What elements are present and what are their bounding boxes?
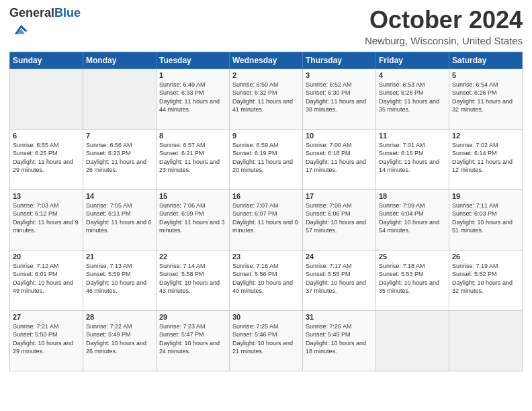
calendar-cell: 2Sunrise: 6:50 AMSunset: 6:32 PMDaylight…: [230, 68, 303, 129]
day-info: Sunrise: 6:55 AMSunset: 6:25 PMDaylight:…: [13, 141, 80, 175]
day-number: 13: [13, 192, 80, 200]
day-info: Sunrise: 7:11 AMSunset: 6:03 PMDaylight:…: [452, 201, 519, 235]
day-info: Sunrise: 7:05 AMSunset: 6:11 PMDaylight:…: [86, 201, 153, 235]
calendar-cell: 16Sunrise: 7:07 AMSunset: 6:07 PMDayligh…: [230, 189, 303, 250]
day-number: 3: [306, 71, 373, 79]
day-info: Sunrise: 7:03 AMSunset: 6:12 PMDaylight:…: [13, 201, 80, 235]
header-row: SundayMondayTuesdayWednesdayThursdayFrid…: [10, 52, 523, 68]
calendar-cell: [449, 310, 523, 371]
day-number: 10: [306, 132, 373, 140]
weekday-header: Sunday: [10, 52, 83, 68]
day-number: 25: [379, 253, 446, 261]
day-info: Sunrise: 7:01 AMSunset: 6:16 PMDaylight:…: [379, 141, 446, 175]
weekday-header: Tuesday: [157, 52, 230, 68]
day-info: Sunrise: 7:13 AMSunset: 5:59 PMDaylight:…: [86, 262, 153, 295]
logo-general: General: [9, 6, 54, 19]
calendar-cell: 12Sunrise: 7:02 AMSunset: 6:14 PMDayligh…: [449, 129, 523, 189]
day-info: Sunrise: 6:52 AMSunset: 6:30 PMDaylight:…: [306, 81, 373, 114]
day-number: 16: [232, 192, 300, 200]
calendar-cell: [83, 68, 157, 129]
day-info: Sunrise: 6:49 AMSunset: 6:33 PMDaylight:…: [159, 81, 226, 114]
day-number: 14: [86, 192, 153, 200]
logo-icon: [11, 20, 30, 39]
day-info: Sunrise: 6:59 AMSunset: 6:19 PMDaylight:…: [232, 141, 300, 175]
day-info: Sunrise: 7:25 AMSunset: 5:46 PMDaylight:…: [232, 322, 300, 356]
day-number: 17: [306, 192, 373, 200]
day-number: 30: [232, 313, 300, 321]
calendar-cell: 1Sunrise: 6:49 AMSunset: 6:33 PMDaylight…: [157, 68, 230, 129]
calendar-cell: 23Sunrise: 7:16 AMSunset: 5:56 PMDayligh…: [230, 250, 303, 310]
day-number: 5: [452, 71, 519, 79]
day-number: 23: [232, 253, 300, 261]
calendar-cell: 21Sunrise: 7:13 AMSunset: 5:59 PMDayligh…: [83, 250, 157, 310]
calendar-cell: 17Sunrise: 7:08 AMSunset: 6:06 PMDayligh…: [303, 189, 376, 250]
day-number: 27: [13, 313, 80, 321]
day-info: Sunrise: 7:00 AMSunset: 6:18 PMDaylight:…: [306, 141, 373, 175]
day-info: Sunrise: 7:18 AMSunset: 5:53 PMDaylight:…: [379, 262, 446, 295]
day-info: Sunrise: 7:08 AMSunset: 6:06 PMDaylight:…: [306, 201, 373, 235]
day-info: Sunrise: 7:22 AMSunset: 5:49 PMDaylight:…: [86, 322, 153, 356]
day-number: 8: [159, 132, 226, 140]
day-info: Sunrise: 6:57 AMSunset: 6:21 PMDaylight:…: [159, 141, 226, 175]
day-info: Sunrise: 7:17 AMSunset: 5:55 PMDaylight:…: [306, 262, 373, 295]
calendar-cell: 31Sunrise: 7:26 AMSunset: 5:45 PMDayligh…: [303, 310, 376, 371]
day-info: Sunrise: 7:23 AMSunset: 5:47 PMDaylight:…: [159, 322, 226, 356]
calendar-cell: 9Sunrise: 6:59 AMSunset: 6:19 PMDaylight…: [230, 129, 303, 189]
day-number: 15: [159, 192, 226, 200]
day-info: Sunrise: 7:21 AMSunset: 5:50 PMDaylight:…: [13, 322, 80, 356]
calendar-cell: 18Sunrise: 7:09 AMSunset: 6:04 PMDayligh…: [376, 189, 449, 250]
calendar-cell: 27Sunrise: 7:21 AMSunset: 5:50 PMDayligh…: [10, 310, 83, 371]
calendar-cell: 10Sunrise: 7:00 AMSunset: 6:18 PMDayligh…: [303, 129, 376, 189]
day-number: 21: [86, 253, 153, 261]
day-info: Sunrise: 7:16 AMSunset: 5:56 PMDaylight:…: [232, 262, 300, 295]
day-info: Sunrise: 6:53 AMSunset: 6:28 PMDaylight:…: [379, 81, 446, 114]
calendar-cell: 29Sunrise: 7:23 AMSunset: 5:47 PMDayligh…: [157, 310, 230, 371]
calendar-cell: [10, 68, 83, 129]
title-area: October 2024 Newburg, Wisconsin, United …: [365, 7, 523, 46]
calendar-cell: 8Sunrise: 6:57 AMSunset: 6:21 PMDaylight…: [157, 129, 230, 189]
day-info: Sunrise: 7:02 AMSunset: 6:14 PMDaylight:…: [452, 141, 519, 175]
logo-blue: Blue: [54, 6, 81, 19]
weekday-header: Wednesday: [230, 52, 303, 68]
day-number: 18: [379, 192, 446, 200]
calendar-cell: 11Sunrise: 7:01 AMSunset: 6:16 PMDayligh…: [376, 129, 449, 189]
calendar-week: 6Sunrise: 6:55 AMSunset: 6:25 PMDaylight…: [10, 129, 523, 189]
calendar-week: 27Sunrise: 7:21 AMSunset: 5:50 PMDayligh…: [10, 310, 523, 371]
day-number: 6: [13, 132, 80, 140]
day-number: 9: [232, 132, 300, 140]
calendar-cell: 28Sunrise: 7:22 AMSunset: 5:49 PMDayligh…: [83, 310, 157, 371]
day-number: 24: [306, 253, 373, 261]
day-info: Sunrise: 6:54 AMSunset: 6:26 PMDaylight:…: [452, 81, 519, 114]
calendar-cell: 26Sunrise: 7:19 AMSunset: 5:52 PMDayligh…: [449, 250, 523, 310]
calendar-week: 13Sunrise: 7:03 AMSunset: 6:12 PMDayligh…: [10, 189, 523, 250]
header: GeneralBlue October 2024 Newburg, Wiscon…: [9, 7, 523, 46]
day-number: 26: [452, 253, 519, 261]
weekday-header: Thursday: [303, 52, 376, 68]
calendar-cell: [376, 310, 449, 371]
calendar-cell: 7Sunrise: 6:56 AMSunset: 6:23 PMDaylight…: [83, 129, 157, 189]
day-number: 12: [452, 132, 519, 140]
calendar-table: SundayMondayTuesdayWednesdayThursdayFrid…: [9, 52, 523, 371]
weekday-header: Friday: [376, 52, 449, 68]
day-number: 7: [86, 132, 153, 140]
calendar-cell: 24Sunrise: 7:17 AMSunset: 5:55 PMDayligh…: [303, 250, 376, 310]
day-number: 11: [379, 132, 446, 140]
location: Newburg, Wisconsin, United States: [365, 35, 523, 46]
calendar-cell: 30Sunrise: 7:25 AMSunset: 5:46 PMDayligh…: [230, 310, 303, 371]
page: GeneralBlue October 2024 Newburg, Wiscon…: [0, 0, 532, 411]
day-info: Sunrise: 7:12 AMSunset: 6:01 PMDaylight:…: [13, 262, 80, 295]
day-number: 31: [306, 313, 373, 321]
day-info: Sunrise: 7:19 AMSunset: 5:52 PMDaylight:…: [452, 262, 519, 295]
day-number: 29: [159, 313, 226, 321]
day-info: Sunrise: 6:50 AMSunset: 6:32 PMDaylight:…: [232, 81, 300, 114]
day-info: Sunrise: 6:56 AMSunset: 6:23 PMDaylight:…: [86, 141, 153, 175]
day-info: Sunrise: 7:14 AMSunset: 5:58 PMDaylight:…: [159, 262, 226, 295]
day-number: 4: [379, 71, 446, 79]
calendar-cell: 25Sunrise: 7:18 AMSunset: 5:53 PMDayligh…: [376, 250, 449, 310]
month-title: October 2024: [365, 7, 523, 34]
calendar-cell: 5Sunrise: 6:54 AMSunset: 6:26 PMDaylight…: [449, 68, 523, 129]
calendar-cell: 4Sunrise: 6:53 AMSunset: 6:28 PMDaylight…: [376, 68, 449, 129]
calendar-cell: 3Sunrise: 6:52 AMSunset: 6:30 PMDaylight…: [303, 68, 376, 129]
day-number: 2: [232, 71, 300, 79]
day-info: Sunrise: 7:26 AMSunset: 5:45 PMDaylight:…: [306, 322, 373, 356]
